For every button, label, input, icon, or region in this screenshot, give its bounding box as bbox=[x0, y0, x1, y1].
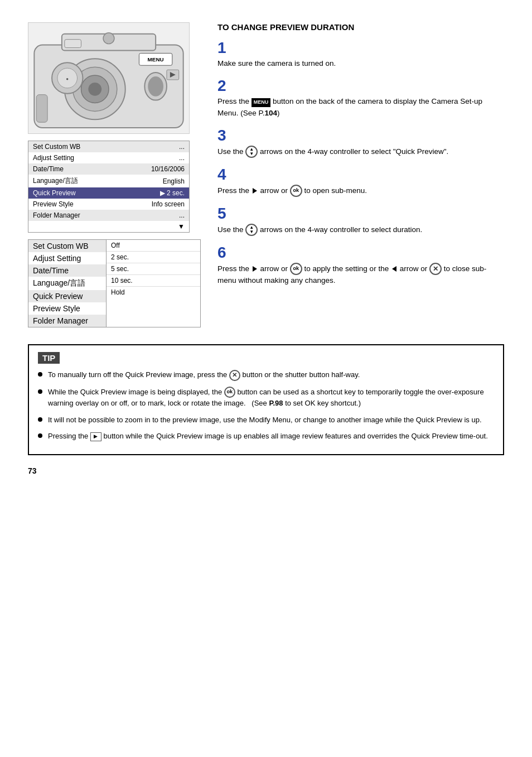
menu-row-language: Language/言語English bbox=[28, 175, 189, 187]
step-3-text: Use the ▲ ▼ arrows on the 4-way controll… bbox=[217, 146, 504, 158]
camera-svg: MENU ● bbox=[28, 23, 189, 133]
left-arrow-icon bbox=[392, 266, 396, 272]
tip-list: To manually turn off the Quick Preview i… bbox=[38, 369, 494, 442]
menu-icon: MENU bbox=[252, 98, 271, 107]
step-4-number: 4 bbox=[217, 167, 504, 182]
ok-icon-2: ok bbox=[290, 263, 302, 275]
x-icon: ✕ bbox=[429, 263, 442, 275]
camera-illustration: MENU ● bbox=[28, 22, 190, 134]
tip-bullet-2 bbox=[38, 389, 42, 394]
tip-bullet-1 bbox=[38, 372, 42, 377]
tip-section: TIP To manually turn off the Quick Previ… bbox=[28, 344, 504, 455]
step-5-text: Use the ▲ ▼ arrows on the 4-way controll… bbox=[217, 224, 504, 236]
tip-item-3: It will not be possible to zoom in to th… bbox=[38, 414, 494, 426]
section-title: TO CHANGE PREVIEW DURATION bbox=[217, 22, 504, 32]
step-4: 4 Press the arrow or ok to open sub-menu… bbox=[217, 167, 504, 197]
submenu-left-row-1: Set Custom WB bbox=[28, 240, 106, 252]
svg-rect-17 bbox=[36, 95, 47, 123]
svg-rect-12 bbox=[65, 40, 81, 48]
step-6-text: Press the arrow or ok to apply the setti… bbox=[217, 263, 504, 286]
step-6-number: 6 bbox=[217, 245, 504, 261]
tip-title: TIP bbox=[38, 352, 60, 364]
submenu-left-row-7: Folder Manager bbox=[28, 315, 106, 327]
submenu-left-row-4: Language/言語 bbox=[28, 277, 106, 290]
submenu-option-off: Off bbox=[107, 240, 200, 252]
step-2-number: 2 bbox=[217, 78, 504, 94]
tip-text-2: While the Quick Preview image is being d… bbox=[48, 387, 494, 409]
step-1: 1 Make sure the camera is turned on. bbox=[217, 40, 504, 69]
svg-text:MENU: MENU bbox=[148, 56, 164, 62]
tip-item-4: Pressing the ▶ button while the Quick Pr… bbox=[38, 431, 494, 442]
x-icon-tip1: ✕ bbox=[229, 370, 240, 381]
menu-row-adjust-setting: Adjust Setting... bbox=[28, 152, 189, 163]
page-number: 73 bbox=[28, 466, 504, 475]
svg-point-11 bbox=[148, 76, 163, 97]
submenu-left: Set Custom WB Adjust Setting Date/Time L… bbox=[28, 240, 107, 327]
tip-bullet-4 bbox=[38, 433, 42, 438]
right-arrow-icon bbox=[253, 188, 257, 194]
step-3-number: 3 bbox=[217, 128, 504, 143]
menu-table-2: Set Custom WB Adjust Setting Date/Time L… bbox=[28, 239, 201, 327]
tip-text-1: To manually turn off the Quick Preview i… bbox=[48, 369, 494, 381]
svg-text:●: ● bbox=[66, 76, 69, 81]
submenu-option-5sec: 5 sec. bbox=[107, 263, 200, 275]
submenu-left-row-2: Adjust Setting bbox=[28, 252, 106, 264]
step-5: 5 Use the ▲ ▼ arrows on the 4-way contro… bbox=[217, 206, 504, 236]
ok-icon-tip2: ok bbox=[224, 387, 235, 398]
ok-icon: ok bbox=[290, 185, 302, 197]
step-3: 3 Use the ▲ ▼ arrows on the 4-way contro… bbox=[217, 128, 504, 158]
menu-row-date-time: Date/Time10/16/2006 bbox=[28, 163, 189, 175]
right-column: TO CHANGE PREVIEW DURATION 1 Make sure t… bbox=[217, 22, 504, 327]
play-icon-tip4: ▶ bbox=[90, 432, 101, 441]
menu-table-1: Set Custom WB... Adjust Setting... Date/… bbox=[28, 141, 190, 233]
submenu-option-hold: Hold bbox=[107, 287, 200, 298]
tip-bullet-3 bbox=[38, 417, 42, 422]
tip-text-4: Pressing the ▶ button while the Quick Pr… bbox=[48, 431, 494, 442]
step-4-text: Press the arrow or ok to open sub-menu. bbox=[217, 185, 504, 197]
tip-item-1: To manually turn off the Quick Preview i… bbox=[38, 369, 494, 381]
menu-row-folder-manager: Folder Manager... bbox=[28, 210, 189, 221]
submenu-left-row-5: Quick Preview bbox=[28, 290, 106, 302]
menu-row-preview-style: Preview StyleInfo screen bbox=[28, 199, 189, 210]
svg-point-5 bbox=[88, 83, 101, 96]
updown-arrows-icon-2: ▲ ▼ bbox=[245, 224, 258, 236]
left-column: MENU ● S bbox=[28, 22, 201, 327]
step-5-number: 5 bbox=[217, 206, 504, 221]
right-arrow-icon-2 bbox=[253, 266, 257, 272]
submenu-left-row-6: Preview Style bbox=[28, 302, 106, 315]
menu-row-set-custom-wb: Set Custom WB... bbox=[28, 141, 189, 152]
menu-row-quick-preview-selected: Quick Preview▶ 2 sec. bbox=[28, 187, 189, 199]
submenu-option-10sec: 10 sec. bbox=[107, 275, 200, 287]
step-6: 6 Press the arrow or ok to apply the set… bbox=[217, 245, 504, 286]
menu-scroll-arrow: ▼ bbox=[28, 221, 189, 232]
tip-item-2: While the Quick Preview image is being d… bbox=[38, 387, 494, 409]
page-layout: MENU ● S bbox=[28, 22, 504, 327]
submenu-right: Off 2 sec. 5 sec. 10 sec. Hold bbox=[107, 240, 200, 327]
step-2-text: Press the MENU button on the back of the… bbox=[217, 96, 504, 119]
updown-arrows-icon: ▲ ▼ bbox=[245, 146, 258, 158]
step-2: 2 Press the MENU button on the back of t… bbox=[217, 78, 504, 119]
step-1-number: 1 bbox=[217, 40, 504, 56]
submenu-option-2sec: 2 sec. bbox=[107, 252, 200, 263]
submenu-left-row-3: Date/Time bbox=[28, 264, 106, 277]
step-1-text: Make sure the camera is turned on. bbox=[217, 58, 504, 69]
svg-point-13 bbox=[103, 33, 114, 44]
tip-text-3: It will not be possible to zoom in to th… bbox=[48, 414, 494, 426]
